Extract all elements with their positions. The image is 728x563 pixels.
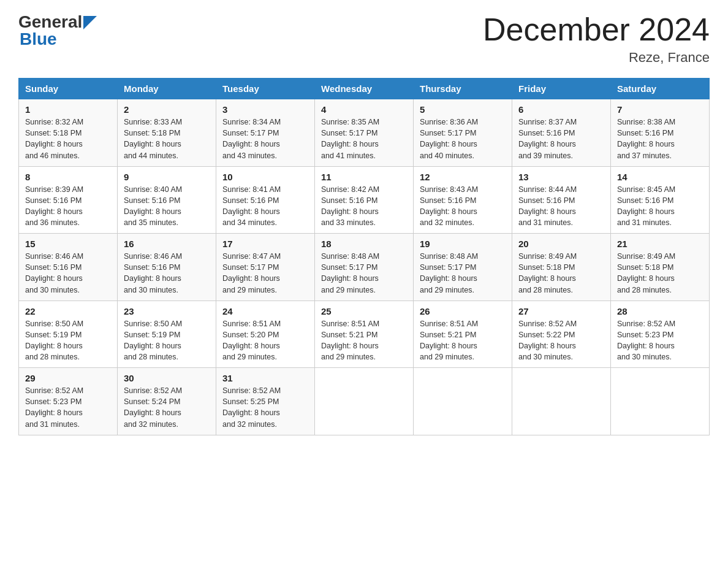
calendar-cell (611, 368, 710, 435)
svg-marker-0 (83, 16, 97, 29)
calendar-cell: 30 Sunrise: 8:52 AM Sunset: 5:24 PM Dayl… (118, 368, 216, 435)
day-number: 24 (222, 306, 308, 316)
day-number: 3 (222, 104, 308, 115)
calendar-header-row: Sunday Monday Tuesday Wednesday Thursday… (19, 79, 710, 99)
day-number: 8 (25, 172, 111, 182)
day-info: Sunrise: 8:39 AM Sunset: 5:16 PM Dayligh… (25, 184, 111, 229)
calendar-cell: 26 Sunrise: 8:51 AM Sunset: 5:21 PM Dayl… (414, 301, 512, 368)
day-number: 30 (124, 373, 210, 383)
day-number: 9 (124, 172, 210, 182)
calendar-cell (315, 368, 414, 435)
calendar-table: Sunday Monday Tuesday Wednesday Thursday… (18, 78, 710, 435)
day-info: Sunrise: 8:45 AM Sunset: 5:16 PM Dayligh… (617, 184, 703, 229)
day-info: Sunrise: 8:48 AM Sunset: 5:17 PM Dayligh… (420, 251, 506, 296)
day-info: Sunrise: 8:52 AM Sunset: 5:24 PM Dayligh… (124, 385, 210, 430)
calendar-cell (414, 368, 512, 435)
col-monday: Monday (118, 79, 216, 99)
day-info: Sunrise: 8:49 AM Sunset: 5:18 PM Dayligh… (617, 251, 703, 296)
day-info: Sunrise: 8:46 AM Sunset: 5:16 PM Dayligh… (25, 251, 111, 296)
col-sunday: Sunday (19, 79, 118, 99)
day-number: 5 (420, 104, 506, 115)
day-info: Sunrise: 8:52 AM Sunset: 5:25 PM Dayligh… (222, 385, 308, 430)
calendar-title: December 2024 (483, 12, 710, 47)
calendar-cell: 27 Sunrise: 8:52 AM Sunset: 5:22 PM Dayl… (512, 301, 611, 368)
day-number: 12 (420, 172, 506, 182)
day-info: Sunrise: 8:52 AM Sunset: 5:23 PM Dayligh… (25, 385, 111, 430)
day-info: Sunrise: 8:52 AM Sunset: 5:23 PM Dayligh… (617, 318, 703, 363)
day-info: Sunrise: 8:49 AM Sunset: 5:18 PM Dayligh… (518, 251, 604, 296)
calendar-cell: 21 Sunrise: 8:49 AM Sunset: 5:18 PM Dayl… (611, 234, 710, 301)
day-info: Sunrise: 8:35 AM Sunset: 5:17 PM Dayligh… (321, 117, 407, 161)
day-info: Sunrise: 8:48 AM Sunset: 5:17 PM Dayligh… (321, 251, 407, 296)
day-info: Sunrise: 8:40 AM Sunset: 5:16 PM Dayligh… (124, 184, 210, 229)
day-number: 13 (518, 172, 604, 182)
calendar-cell: 1 Sunrise: 8:32 AM Sunset: 5:18 PM Dayli… (19, 99, 118, 167)
day-number: 4 (321, 104, 407, 115)
calendar-cell: 3 Sunrise: 8:34 AM Sunset: 5:17 PM Dayli… (216, 99, 315, 167)
calendar-cell: 18 Sunrise: 8:48 AM Sunset: 5:17 PM Dayl… (315, 234, 414, 301)
day-number: 7 (617, 104, 703, 115)
day-number: 11 (321, 172, 407, 182)
day-number: 23 (124, 306, 210, 316)
calendar-cell: 19 Sunrise: 8:48 AM Sunset: 5:17 PM Dayl… (414, 234, 512, 301)
calendar-cell: 16 Sunrise: 8:46 AM Sunset: 5:16 PM Dayl… (118, 234, 216, 301)
day-number: 14 (617, 172, 703, 182)
day-number: 1 (25, 104, 111, 115)
calendar-cell: 15 Sunrise: 8:46 AM Sunset: 5:16 PM Dayl… (19, 234, 118, 301)
day-number: 19 (420, 239, 506, 249)
calendar-cell: 11 Sunrise: 8:42 AM Sunset: 5:16 PM Dayl… (315, 166, 414, 234)
day-info: Sunrise: 8:37 AM Sunset: 5:16 PM Dayligh… (518, 117, 604, 161)
day-info: Sunrise: 8:51 AM Sunset: 5:21 PM Dayligh… (420, 318, 506, 363)
day-number: 17 (222, 239, 308, 249)
day-number: 25 (321, 306, 407, 316)
calendar-cell: 25 Sunrise: 8:51 AM Sunset: 5:21 PM Dayl… (315, 301, 414, 368)
calendar-cell: 9 Sunrise: 8:40 AM Sunset: 5:16 PM Dayli… (118, 166, 216, 234)
logo-arrow-icon (83, 16, 97, 29)
day-info: Sunrise: 8:34 AM Sunset: 5:17 PM Dayligh… (222, 117, 308, 161)
day-number: 29 (25, 373, 111, 383)
day-info: Sunrise: 8:51 AM Sunset: 5:21 PM Dayligh… (321, 318, 407, 363)
day-info: Sunrise: 8:41 AM Sunset: 5:16 PM Dayligh… (222, 184, 308, 229)
day-number: 15 (25, 239, 111, 249)
calendar-cell: 28 Sunrise: 8:52 AM Sunset: 5:23 PM Dayl… (611, 301, 710, 368)
logo: General Blue (18, 12, 97, 49)
calendar-cell: 2 Sunrise: 8:33 AM Sunset: 5:18 PM Dayli… (118, 99, 216, 167)
day-number: 21 (617, 239, 703, 249)
day-number: 16 (124, 239, 210, 249)
col-thursday: Thursday (414, 79, 512, 99)
day-number: 18 (321, 239, 407, 249)
day-number: 10 (222, 172, 308, 182)
calendar-cell: 22 Sunrise: 8:50 AM Sunset: 5:19 PM Dayl… (19, 301, 118, 368)
calendar-cell: 24 Sunrise: 8:51 AM Sunset: 5:20 PM Dayl… (216, 301, 315, 368)
day-info: Sunrise: 8:42 AM Sunset: 5:16 PM Dayligh… (321, 184, 407, 229)
col-saturday: Saturday (611, 79, 710, 99)
calendar-subtitle: Reze, France (483, 50, 710, 66)
calendar-cell (512, 368, 611, 435)
day-number: 22 (25, 306, 111, 316)
col-tuesday: Tuesday (216, 79, 315, 99)
title-block: December 2024 Reze, France (483, 12, 710, 66)
calendar-cell: 20 Sunrise: 8:49 AM Sunset: 5:18 PM Dayl… (512, 234, 611, 301)
day-info: Sunrise: 8:50 AM Sunset: 5:19 PM Dayligh… (25, 318, 111, 363)
calendar-week-row: 1 Sunrise: 8:32 AM Sunset: 5:18 PM Dayli… (19, 99, 710, 167)
calendar-cell: 7 Sunrise: 8:38 AM Sunset: 5:16 PM Dayli… (611, 99, 710, 167)
calendar-cell: 29 Sunrise: 8:52 AM Sunset: 5:23 PM Dayl… (19, 368, 118, 435)
day-info: Sunrise: 8:44 AM Sunset: 5:16 PM Dayligh… (518, 184, 604, 229)
day-number: 31 (222, 373, 308, 383)
calendar-cell: 5 Sunrise: 8:36 AM Sunset: 5:17 PM Dayli… (414, 99, 512, 167)
logo-blue-text: Blue (20, 29, 57, 49)
day-info: Sunrise: 8:36 AM Sunset: 5:17 PM Dayligh… (420, 117, 506, 161)
day-number: 28 (617, 306, 703, 316)
col-friday: Friday (512, 79, 611, 99)
day-info: Sunrise: 8:50 AM Sunset: 5:19 PM Dayligh… (124, 318, 210, 363)
day-number: 20 (518, 239, 604, 249)
calendar-cell: 4 Sunrise: 8:35 AM Sunset: 5:17 PM Dayli… (315, 99, 414, 167)
day-info: Sunrise: 8:33 AM Sunset: 5:18 PM Dayligh… (124, 117, 210, 161)
calendar-week-row: 29 Sunrise: 8:52 AM Sunset: 5:23 PM Dayl… (19, 368, 710, 435)
day-info: Sunrise: 8:46 AM Sunset: 5:16 PM Dayligh… (124, 251, 210, 296)
calendar-cell: 14 Sunrise: 8:45 AM Sunset: 5:16 PM Dayl… (611, 166, 710, 234)
calendar-cell: 8 Sunrise: 8:39 AM Sunset: 5:16 PM Dayli… (19, 166, 118, 234)
calendar-cell: 23 Sunrise: 8:50 AM Sunset: 5:19 PM Dayl… (118, 301, 216, 368)
page-header: General Blue December 2024 Reze, France (18, 12, 710, 66)
day-info: Sunrise: 8:32 AM Sunset: 5:18 PM Dayligh… (25, 117, 111, 161)
